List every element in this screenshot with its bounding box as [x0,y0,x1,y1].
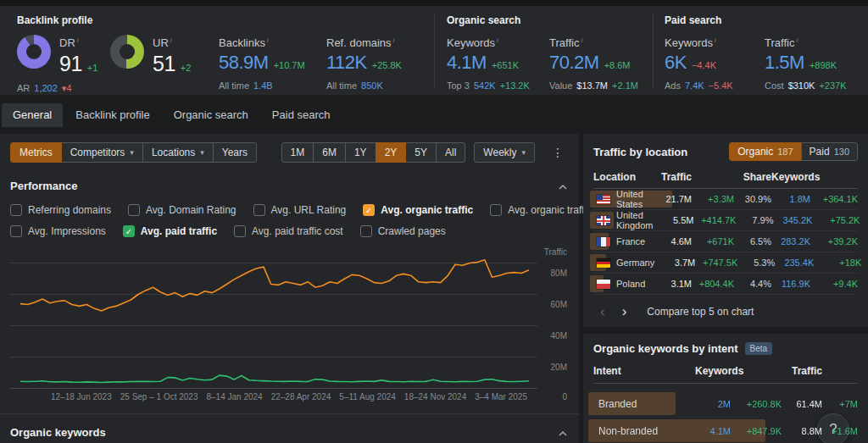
y-tick-80m: 80M [551,269,567,278]
collapse-chevron-up-icon[interactable] [557,423,569,441]
location-table-header: Location Traffic Share Keywords [593,171,858,189]
dr-label: DRi [59,35,97,49]
checkbox-avg-organic-traffic[interactable]: ✓Avg. organic traffic [363,204,473,216]
range-5y-button[interactable]: 5Y [405,142,437,163]
x-tick: 22–28 Apr 2024 [271,392,331,401]
tab-backlink-profile[interactable]: Backlink profile [64,103,160,127]
tab-organic-search[interactable]: Organic search [163,103,259,127]
ref-domains-value[interactable]: 112K [326,52,367,74]
backlinks-value[interactable]: 58.9M [219,52,269,74]
backlinks-metric: Backlinksi 58.9M+10.7M All time 1.4B [219,35,326,94]
prev-page-icon[interactable]: ‹ [593,305,612,318]
location-row-germany[interactable]: Germany 3.7M +747.5K 5.3% 235.4K +18K [593,252,858,274]
range-button-group: 1M 6M 1Y 2Y 5Y All [281,142,466,163]
checkbox-avg-url-rating[interactable]: Avg. URL Rating [253,204,347,216]
checkbox-crawled-pages[interactable]: Crawled pages [360,225,446,237]
range-2y-button[interactable]: 2Y [376,142,407,163]
x-tick: 12–18 Jun 2023 [51,392,112,401]
y-tick-40m: 40M [551,331,567,341]
filter-button-group: Metrics Competitors▾ Locations▾ Years [10,142,257,163]
metrics-header: Backlink profile DRi 91+1 AR 1,202 ▾4 [0,6,868,95]
paid-toggle-button[interactable]: Paid130 [801,142,858,161]
paid-ads-line: Ads 7.4K −5.4K [665,80,765,91]
chevron-down-icon: ▾ [130,148,134,157]
ur-value[interactable]: 51 [153,52,175,76]
flag-us-icon [597,195,610,204]
collapse-chevron-up-icon[interactable] [557,176,569,195]
organic-keywords-title: Organic keywords [10,426,557,439]
flag-fr-icon [597,237,610,246]
range-6m-button[interactable]: 6M [313,142,346,163]
tab-general[interactable]: General [2,103,63,127]
tab-paid-search[interactable]: Paid search [261,103,342,127]
next-page-icon[interactable]: › [615,305,634,318]
dr-donut-chart [17,35,51,69]
y-tick-zero: 0 [562,392,567,401]
years-button[interactable]: Years [213,142,257,163]
backlinks-delta: +10.7M [274,60,305,70]
info-icon: i [796,36,798,44]
organic-search-section: Organic search Keywordsi 4.1M+651K Top 3… [435,6,653,95]
performance-chart[interactable] [10,246,537,391]
x-tick: 18–24 Nov 2024 [404,392,466,401]
location-row-united-kingdom[interactable]: United Kingdom 5.5M +414.7K 7.9% 345.2K … [593,210,858,231]
organic-traffic-metric: Traffici 70.2M+8.6M Value $13.7M +2.1M [549,35,653,91]
chevron-down-icon: ▾ [200,148,204,157]
range-1m-button[interactable]: 1M [281,142,314,163]
info-icon: i [581,36,582,44]
organic-search-title: Organic search [447,14,653,26]
organic-toggle-button[interactable]: Organic187 [729,142,801,161]
metric-checkbox-row-1: Referring domains Avg. Domain Rating Avg… [10,204,569,216]
ur-donut-hole [120,44,135,59]
dr-metric: DRi 91+1 AR 1,202 ▾4 [17,35,110,94]
paid-traffic-value[interactable]: 1.5M [765,52,804,74]
metrics-button[interactable]: Metrics [10,142,62,163]
chart-y-axis: Traffic 80M 60M 40M 20M 0 [538,246,569,408]
interval-dropdown[interactable]: Weekly▾ [474,142,535,163]
location-row-united-states[interactable]: United States 21.7M +3.3M 30.9% 1.8M +36… [593,189,858,210]
dr-value[interactable]: 91 [59,52,82,76]
checkbox-avg-domain-rating[interactable]: Avg. Domain Rating [128,204,236,216]
checkbox-avg-paid-traffic[interactable]: ✓Avg. paid traffic [123,225,217,237]
location-pagination: ‹ › Compare top 5 on chart [593,305,858,318]
paid-keywords-value[interactable]: 6K [665,52,687,74]
locations-button[interactable]: Locations▾ [142,142,214,163]
flag-de-icon [597,258,610,268]
paid-keywords-metric: Keywordsi 6K−4.4K Ads 7.4K −5.4K [665,35,765,91]
more-options-kebab-icon[interactable]: ⋮ [547,144,569,161]
compare-top5-link[interactable]: Compare top 5 on chart [647,306,754,318]
organic-keywords-value[interactable]: 4.1M [447,52,487,74]
info-icon: i [77,36,79,44]
y-tick-20m: 20M [551,363,567,372]
checkbox-icon [490,204,502,216]
x-tick: 3–4 Mar 2025 [475,392,527,401]
location-row-france[interactable]: France 4.6M +671K 6.5% 283.2K +39.2K [593,231,858,252]
checkbox-avg-paid-traffic-cost[interactable]: Avg. paid traffic cost [234,225,343,237]
chart-controls: Metrics Competitors▾ Locations▾ Years 1M… [10,142,569,163]
organic-traffic-value-line: Value $13.7M +2.1M [549,80,653,91]
keywords-by-intent-title: Organic keywords by intent [593,342,738,355]
traffic-by-location-panel: Traffic by location Organic187 Paid130 L… [583,134,868,327]
ur-label: URi [153,35,191,49]
flag-pl-icon [597,280,610,289]
organic-keywords-metric: Keywordsi 4.1M+651K Top 3 542K +13.2K [447,35,549,91]
info-icon: i [715,36,716,44]
paid-cost-line: Cost $310K +237K [765,80,868,91]
ref-domains-alltime: All time 850K [326,80,434,91]
range-all-button[interactable]: All [436,142,465,163]
chevron-down-icon: ▾ [521,148,526,157]
location-row-poland[interactable]: Poland 3.1M +804.4K 4.4% 116.9K +9.4K [593,274,858,295]
intent-row-branded[interactable]: Branded 2M +260.8K 61.4M +7M [593,392,858,415]
info-icon: i [393,36,395,44]
organic-traffic-value[interactable]: 70.2M [549,52,599,74]
competitors-button[interactable]: Competitors▾ [61,142,143,163]
ur-donut-chart [110,35,144,69]
range-1y-button[interactable]: 1Y [345,142,376,163]
ar-label: AR [17,83,30,93]
backlinks-alltime: All time 1.4B [219,80,326,91]
checkbox-avg-impressions[interactable]: Avg. Impressions [10,225,106,237]
ar-value[interactable]: 1,202 [34,83,58,93]
dr-delta: +1 [87,63,98,73]
organic-paid-toggle: Organic187 Paid130 [729,142,858,161]
checkbox-referring-domains[interactable]: Referring domains [10,204,111,216]
